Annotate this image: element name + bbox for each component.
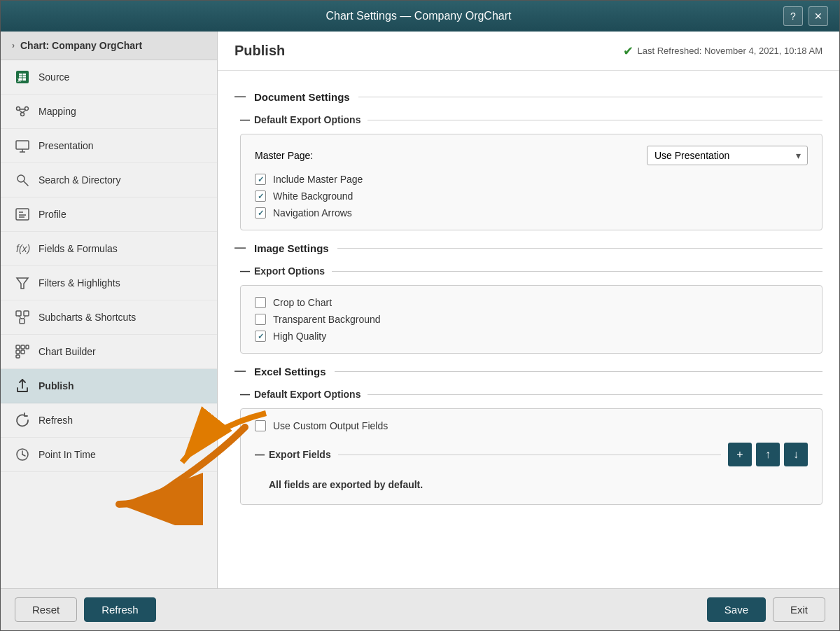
svg-line-11 <box>22 110 26 113</box>
img-export-collapse-icon[interactable]: — <box>240 265 250 277</box>
sidebar-item-filters-highlights[interactable]: Filters & Highlights <box>1 266 217 300</box>
custom-output-checkbox[interactable] <box>255 420 266 431</box>
point-in-time-label: Point In Time <box>38 449 96 460</box>
subcharts-icon <box>15 310 30 325</box>
chart-builder-label: Chart Builder <box>38 346 96 357</box>
footer-refresh-button[interactable]: Refresh <box>84 597 156 622</box>
source-label: Source <box>38 71 69 83</box>
doc-export-collapse-icon[interactable]: — <box>240 114 250 125</box>
publish-icon <box>15 378 30 394</box>
svg-line-10 <box>19 110 22 113</box>
export-fields-label: Export Fields <box>269 449 331 460</box>
sidebar-item-point-in-time[interactable]: Point In Time <box>1 438 217 472</box>
profile-label: Profile <box>38 209 66 220</box>
master-page-label: Master Page: <box>255 150 313 161</box>
navigation-arrows-row: Navigation Arrows <box>255 207 808 219</box>
master-page-select[interactable]: Use Presentation None Custom <box>647 146 808 165</box>
last-refreshed-text: Last Refreshed: November 4, 2021, 10:18 … <box>638 46 823 56</box>
img-collapse-icon[interactable]: — <box>234 242 246 254</box>
excel-export-collapse-icon[interactable]: — <box>240 389 250 400</box>
image-export-options-subsection: — Export Options Crop to Chart Transpare <box>240 265 822 354</box>
footer: Reset Refresh Save Exit <box>1 588 839 630</box>
refresh-label: Refresh <box>38 415 73 426</box>
export-fields-note: All fields are exported by default. <box>269 476 423 493</box>
formula-icon: f(x) <box>15 241 30 256</box>
sidebar-item-presentation[interactable]: Presentation <box>1 129 217 163</box>
save-button[interactable]: Save <box>707 597 766 622</box>
sidebar-items: X Source <box>1 60 217 588</box>
transparent-bg-row: Transparent Background <box>255 314 808 325</box>
exit-button[interactable]: Exit <box>773 597 825 622</box>
default-export-options-subsection: — Default Export Options Master Page: Us… <box>240 114 822 230</box>
export-fields-collapse-icon[interactable]: — <box>255 449 265 460</box>
clock-icon <box>15 447 30 462</box>
high-quality-row: High Quality <box>255 331 808 342</box>
svg-rect-17 <box>16 209 29 220</box>
sidebar-header[interactable]: › Chart: Company OrgChart <box>1 32 217 60</box>
document-settings-label: Document Settings <box>254 91 350 103</box>
reset-button[interactable]: Reset <box>15 597 77 622</box>
include-master-page-checkbox[interactable] <box>255 174 266 185</box>
svg-line-16 <box>24 181 28 186</box>
high-quality-checkbox[interactable] <box>255 331 266 342</box>
svg-rect-33 <box>16 355 20 358</box>
crop-chart-checkbox[interactable] <box>255 297 266 308</box>
navigation-arrows-checkbox[interactable] <box>255 207 266 219</box>
excel-export-options-box: Use Custom Output Fields — Export Fields <box>240 408 822 505</box>
sidebar-item-profile[interactable]: Profile <box>1 197 217 232</box>
mapping-icon <box>15 104 30 119</box>
sidebar-item-fields-formulas[interactable]: f(x) Fields & Formulas <box>1 232 217 266</box>
svg-rect-29 <box>21 345 24 349</box>
svg-rect-32 <box>21 350 24 354</box>
sidebar: › Chart: Company OrgChart X <box>1 32 218 588</box>
close-button[interactable]: ✕ <box>808 6 828 26</box>
mapping-label: Mapping <box>38 106 76 117</box>
svg-rect-23 <box>16 311 21 316</box>
sidebar-item-refresh[interactable]: Refresh <box>1 403 217 438</box>
svg-rect-28 <box>16 345 20 349</box>
subcharts-shortcuts-label: Subcharts & Shortcuts <box>38 312 136 323</box>
svg-point-8 <box>21 113 24 116</box>
sidebar-item-subcharts-shortcuts[interactable]: Subcharts & Shortcuts <box>1 300 217 335</box>
default-export-label: Default Export Options <box>254 114 360 125</box>
svg-text:X: X <box>18 78 21 83</box>
content-body: — Document Settings — Default Export Opt… <box>218 71 839 588</box>
title-controls: ? ✕ <box>783 6 828 26</box>
svg-rect-24 <box>24 311 29 316</box>
search-directory-label: Search & Directory <box>38 174 120 186</box>
search-directory-icon <box>15 172 30 188</box>
custom-output-label: Use Custom Output Fields <box>273 420 388 431</box>
move-down-button[interactable]: ↓ <box>784 443 808 466</box>
sidebar-item-mapping[interactable]: Mapping <box>1 95 217 129</box>
svg-rect-31 <box>16 350 20 354</box>
sidebar-item-chart-builder[interactable]: Chart Builder <box>1 335 217 369</box>
builder-icon <box>15 344 30 359</box>
document-export-options-box: Master Page: Use Presentation None Custo… <box>240 134 822 230</box>
sidebar-item-search-directory[interactable]: Search & Directory <box>1 163 217 197</box>
svg-text:f(x): f(x) <box>16 243 30 254</box>
export-fields-subsection: — Export Fields + ↑ ↓ <box>255 443 808 493</box>
sidebar-item-source[interactable]: X Source <box>1 60 217 95</box>
presentation-label: Presentation <box>38 140 94 151</box>
add-field-button[interactable]: + <box>728 443 752 466</box>
document-settings-section: — Document Settings <box>234 90 822 103</box>
help-button[interactable]: ? <box>783 6 803 26</box>
excel-export-label: Default Export Options <box>254 389 360 400</box>
transparent-bg-checkbox[interactable] <box>255 314 266 325</box>
master-page-row: Master Page: Use Presentation None Custo… <box>255 146 808 165</box>
excel-collapse-icon[interactable]: — <box>234 365 246 377</box>
image-export-options-box: Crop to Chart Transparent Background Hig… <box>240 285 822 354</box>
move-up-button[interactable]: ↑ <box>756 443 780 466</box>
doc-collapse-icon[interactable]: — <box>234 90 246 103</box>
title-bar: Chart Settings — Company OrgChart ? ✕ <box>1 1 839 32</box>
content-title: Publish <box>234 43 285 59</box>
profile-icon <box>15 207 30 222</box>
excel-settings-section: — Excel Settings <box>234 365 822 377</box>
sidebar-item-publish[interactable]: Publish <box>1 369 217 403</box>
app-window: Chart Settings — Company OrgChart ? ✕ › … <box>0 0 840 631</box>
crop-chart-row: Crop to Chart <box>255 297 808 308</box>
white-background-checkbox[interactable] <box>255 190 266 202</box>
include-master-page-label: Include Master Page <box>273 174 363 185</box>
sidebar-header-label: Chart: Company OrgChart <box>20 40 142 51</box>
master-page-select-wrapper: Use Presentation None Custom <box>647 146 808 165</box>
